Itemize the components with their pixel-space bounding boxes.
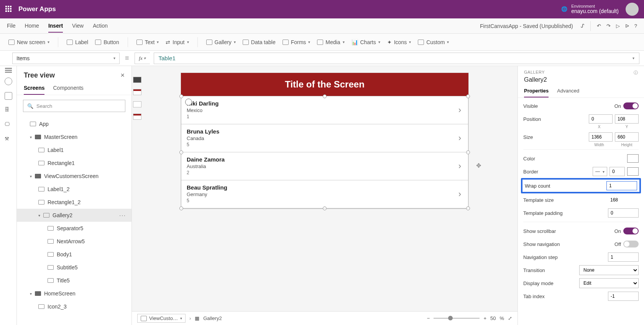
more-icon[interactable]: ··· — [119, 212, 126, 218]
play-icon[interactable]: ▷ — [616, 23, 620, 29]
prop-border-style[interactable]: — ▾ — [593, 167, 607, 176]
design-canvas[interactable]: Title of the Screen ✥ Niki DarlingMexico… — [181, 73, 468, 209]
tree-view-icon[interactable] — [5, 78, 12, 85]
screen-thumb[interactable] — [133, 101, 141, 107]
prop-size-h[interactable] — [615, 132, 639, 142]
ribbon-input[interactable]: ⇄ Input ▾ — [166, 39, 189, 45]
app-launcher-icon[interactable] — [5, 6, 12, 13]
expand-icon[interactable]: ▾ — [30, 292, 32, 296]
undo-icon[interactable]: ↶ — [597, 23, 601, 29]
fx-button[interactable]: fx▾ — [135, 53, 150, 64]
menu-action[interactable]: Action — [93, 20, 108, 33]
tree-node[interactable]: ▾ Gallery2··· — [17, 209, 131, 222]
next-arrow-icon[interactable]: › — [458, 133, 461, 143]
prop-visible-toggle[interactable] — [623, 102, 639, 109]
tree-node[interactable]: App — [17, 117, 131, 130]
zoom-in-icon[interactable]: + — [483, 315, 486, 321]
tree-node[interactable]: NextArrow5 — [17, 235, 131, 248]
tree-node[interactable]: Icon2_3 — [17, 300, 131, 313]
environment-picker[interactable]: 🌐 Environment enayu.com (default) — [561, 4, 619, 14]
props-tab-advanced[interactable]: Advanced — [557, 86, 579, 97]
ribbon-icons[interactable]: ✦ Icons ▾ — [387, 39, 411, 45]
gallery-row[interactable]: Daine ZamoraAustralia2› — [181, 152, 468, 180]
tree-node[interactable]: Rectangle1_2 — [17, 196, 131, 209]
zoom-out-icon[interactable]: − — [427, 315, 430, 321]
ribbon-button[interactable]: Button — [95, 39, 119, 45]
prop-tsize-value[interactable] — [608, 195, 639, 205]
ribbon-datatable[interactable]: Data table — [243, 39, 276, 45]
prop-border-color[interactable] — [627, 167, 639, 176]
property-selector[interactable]: Items ▾ — [12, 53, 120, 64]
prop-tabindex-value[interactable] — [608, 292, 639, 301]
help-icon[interactable]: ? — [634, 23, 637, 29]
tree-node[interactable]: ▾ MasterScreen — [17, 130, 131, 144]
expand-icon[interactable]: ▾ — [30, 135, 32, 139]
tree-node[interactable]: Separator5 — [17, 222, 131, 235]
ribbon-text[interactable]: Text ▾ — [136, 39, 159, 45]
menu-file[interactable]: File — [7, 20, 16, 33]
tree-tab-components[interactable]: Components — [53, 82, 83, 95]
redo-icon[interactable]: ↷ — [606, 23, 611, 29]
ribbon-forms[interactable]: Forms ▾ — [283, 39, 310, 45]
tree-node[interactable]: ▾ ViewCustomersScreen — [17, 170, 131, 183]
tree-tab-screens[interactable]: Screens — [24, 82, 44, 95]
zoom-slider[interactable] — [434, 318, 480, 319]
menu-insert[interactable]: Insert — [48, 20, 63, 33]
next-arrow-icon[interactable]: › — [458, 161, 461, 171]
prop-position-y[interactable] — [615, 114, 639, 124]
ribbon-gallery[interactable]: Gallery ▾ — [206, 39, 236, 45]
formula-input[interactable]: Table1 ▾ — [154, 53, 639, 64]
user-avatar[interactable] — [626, 3, 639, 16]
tree-node[interactable]: Body1 — [17, 248, 131, 261]
prop-tpad-value[interactable] — [608, 208, 639, 218]
prop-color-swatch[interactable] — [627, 154, 639, 163]
app-checker-icon[interactable]: ᔑ — [581, 23, 584, 29]
insert-pane-icon[interactable] — [5, 92, 12, 100]
gallery-selection[interactable]: ✥ Niki DarlingMexico1›Bruna LylesCanada5… — [181, 96, 468, 209]
next-arrow-icon[interactable]: › — [458, 105, 461, 115]
prop-navstep-value[interactable] — [608, 252, 639, 262]
ribbon-custom[interactable]: Custom ▾ — [418, 39, 449, 45]
close-icon[interactable]: × — [120, 71, 125, 79]
props-tab-properties[interactable]: Properties — [524, 86, 549, 97]
ribbon-media[interactable]: Media ▾ — [317, 39, 344, 45]
fit-icon[interactable]: ⤢ — [508, 315, 512, 321]
screen-thumb[interactable] — [133, 89, 141, 95]
tree-node[interactable]: Label1_2 — [17, 183, 131, 196]
expand-icon[interactable]: ▾ — [30, 174, 32, 178]
breadcrumb-screen[interactable]: ViewCusto… ▾ — [137, 314, 186, 323]
next-arrow-icon[interactable]: › — [458, 189, 461, 199]
info-icon[interactable]: ⓘ — [634, 70, 638, 76]
share-icon[interactable]: ᐅ — [625, 23, 629, 29]
gallery-row[interactable]: Beau SpratlingGermany5› — [181, 180, 468, 208]
menubar-items: File Home Insert View Action — [7, 20, 108, 33]
gallery-row[interactable]: Niki DarlingMexico1› — [181, 96, 468, 124]
canvas-area: Title of the Screen ✥ Niki DarlingMexico… — [132, 66, 518, 325]
gallery-row[interactable]: Bruna LylesCanada5› — [181, 124, 468, 152]
prop-wrap-count[interactable] — [606, 181, 637, 190]
prop-position-x[interactable] — [589, 114, 613, 124]
prop-size-w[interactable] — [589, 132, 613, 142]
prop-nav-toggle[interactable] — [623, 241, 639, 247]
screen-thumb[interactable] — [133, 77, 141, 83]
prop-dispmode-select[interactable]: Edit — [579, 278, 639, 288]
tree-node[interactable]: Subtitle5 — [17, 261, 131, 274]
tree-node[interactable]: Label1 — [17, 144, 131, 157]
ribbon-charts[interactable]: 📊 Charts ▾ — [352, 39, 380, 45]
tree-search[interactable]: 🔍 Search — [23, 100, 125, 112]
prop-border-width[interactable] — [610, 167, 625, 176]
ribbon-label[interactable]: Label — [67, 39, 88, 45]
canvas-scroll[interactable]: Title of the Screen ✥ Niki DarlingMexico… — [132, 66, 518, 311]
prop-scroll-toggle[interactable] — [623, 228, 639, 234]
prop-transition-select[interactable]: None — [579, 265, 639, 275]
hamburger-icon[interactable] — [5, 70, 12, 71]
tree-node[interactable]: Rectangle1 — [17, 157, 131, 170]
prop-color-label: Color — [523, 156, 627, 162]
screen-thumb[interactable] — [133, 114, 141, 120]
expand-icon[interactable]: ▾ — [38, 213, 40, 218]
menu-home[interactable]: Home — [25, 20, 39, 33]
tree-node[interactable]: Title5 — [17, 274, 131, 287]
tree-node[interactable]: ▾ HomeScreen — [17, 287, 131, 300]
ribbon-new-screen[interactable]: New screen ▾ — [8, 39, 49, 45]
menu-view[interactable]: View — [72, 20, 84, 33]
